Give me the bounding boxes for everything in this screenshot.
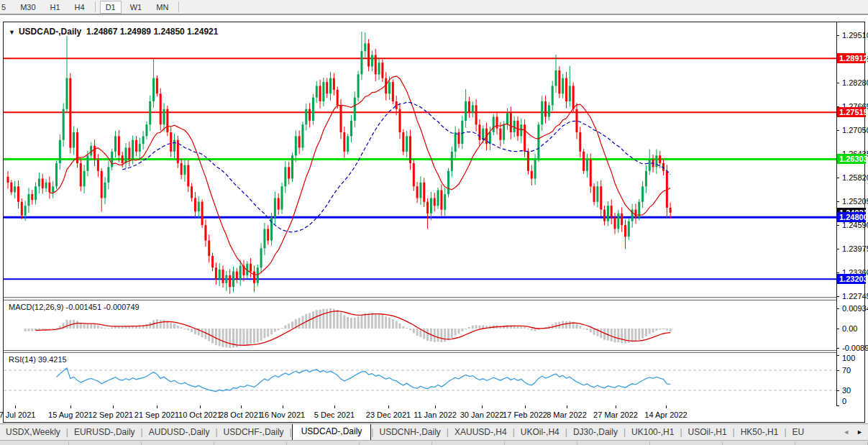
chart-tab-hk50-h1[interactable]: HK50-,H1 <box>735 425 785 440</box>
toolbar-separator <box>95 1 96 12</box>
strip-separator <box>795 441 795 445</box>
strip-separator <box>504 441 505 445</box>
date-tick-mark <box>567 405 567 408</box>
price-badge-1.27515: 1.27515 <box>837 107 866 117</box>
rsi-tick-mark <box>836 355 839 356</box>
rsi-tick-label: 100 <box>842 354 855 362</box>
price-badge-1.24800: 1.24800 <box>837 212 866 222</box>
chart-tab-dj30-daily[interactable]: DJ30-,Daily <box>567 425 623 440</box>
chart-tab-usdchf-daily[interactable]: USDCHF-,Daily <box>218 425 290 440</box>
date-tick-mark <box>200 405 201 408</box>
rsi-pane-canvas[interactable] <box>4 353 836 404</box>
date-label: 21 Sep 2021 <box>134 410 179 419</box>
date-tick-mark <box>15 405 16 408</box>
chart-tabs-bar: USDX,Weekly|EURUSD-,Daily|AUDUSD-,Daily|… <box>0 423 868 440</box>
date-tick-mark <box>113 405 114 408</box>
macd-signal-line <box>36 311 671 346</box>
price-chart-canvas[interactable] <box>4 22 836 297</box>
price-tick-mark <box>836 130 839 131</box>
chart-tab-audusd-daily[interactable]: AUDUSD-,Daily <box>143 425 216 440</box>
chart-tab-usdcad-daily[interactable]: USDCAD-,Daily <box>292 423 372 440</box>
rsi-line <box>57 368 671 392</box>
time-axis[interactable]: 27 Jul 202115 Aug 20212 Sep 202121 Sep 2… <box>4 405 864 422</box>
date-label: 27 Mar 2022 <box>593 410 638 419</box>
date-label: 17 Feb 2022 <box>503 410 547 419</box>
strip-separator <box>722 441 723 445</box>
chart-tab-eurusd-daily[interactable]: EURUSD-,Daily <box>68 425 141 440</box>
strip-separator <box>431 441 432 445</box>
price-tick-label: 1.25820 <box>842 173 868 182</box>
rsi-tick-mark <box>836 370 839 371</box>
date-tick-mark <box>157 405 157 408</box>
price-badge-1.23203: 1.23203 <box>837 274 866 284</box>
date-label: 23 Dec 2021 <box>366 410 411 419</box>
price-tick-mark <box>836 201 839 202</box>
price-tick-mark <box>836 178 839 178</box>
date-tick-mark <box>666 405 667 408</box>
rsi-tick-mark <box>836 390 839 391</box>
price-badge-1.26303: 1.26303 <box>837 154 866 164</box>
date-label: 5 Dec 2021 <box>314 410 355 419</box>
timeframe-button-h1[interactable]: H1 <box>45 1 66 14</box>
date-tick-mark <box>70 405 71 408</box>
timeframe-button-d1[interactable]: D1 <box>100 1 122 14</box>
tab-scroll-right-icon[interactable]: ► <box>853 427 867 437</box>
date-label: 10 Oct 2021 <box>178 410 221 419</box>
strip-separator <box>649 441 650 445</box>
chart-tab-ukoil-h4[interactable]: UKOil-,H4 <box>515 425 565 440</box>
price-tick-label: 1.22745 <box>842 292 868 301</box>
chart-tab-eu[interactable]: EU <box>787 425 810 440</box>
price-tick-mark <box>836 249 839 249</box>
date-label: 2 Sep 2021 <box>93 410 133 419</box>
chart-tab-usdx-weekly[interactable]: USDX,Weekly <box>0 425 66 440</box>
price-tick-label: 1.28280 <box>842 78 868 87</box>
date-tick-mark <box>334 405 335 408</box>
timeframe-button-m30[interactable]: M30 <box>14 1 41 14</box>
timeframe-toolbar: 5M30H1H4D1W1MN <box>0 0 868 15</box>
strip-separator <box>359 441 360 445</box>
date-label: 28 Oct 2021 <box>219 410 262 419</box>
rsi-indicator-label: RSI(14) 39.4215 <box>9 355 67 364</box>
chart-window[interactable]: ▼USDCAD-,Daily 1.24867 1.24989 1.24850 1… <box>3 22 865 423</box>
strip-separator <box>577 441 577 445</box>
date-tick-mark <box>616 405 616 408</box>
ma-fast-line[interactable] <box>50 76 670 275</box>
chart-tab-xauusd-h4[interactable]: XAUUSD-,H4 <box>449 425 513 440</box>
strip-separator <box>286 441 287 445</box>
toolbar-separator <box>178 1 179 12</box>
rsi-tick-label: 0 <box>842 397 846 405</box>
chart-tab-usoil-h1[interactable]: USOil-,H1 <box>682 425 733 440</box>
price-badge-1.28912: 1.28912 <box>837 53 866 63</box>
candles-layer <box>7 32 672 294</box>
date-label: 30 Jan 2022 <box>460 410 504 419</box>
timeframe-button-w1[interactable]: W1 <box>124 1 148 14</box>
macd-tick-mark <box>836 329 839 329</box>
price-tick-label: 1.29510 <box>842 31 868 40</box>
macd-tick-label: -0.008902 <box>842 344 868 352</box>
price-tick-mark <box>836 225 839 226</box>
date-tick-mark <box>283 405 283 408</box>
chart-title: ▼USDCAD-,Daily 1.24867 1.24989 1.24850 1… <box>9 27 218 37</box>
symbol-dropdown-icon: ▼ <box>9 29 15 36</box>
price-tick-mark <box>836 83 839 83</box>
chart-tab-uk100-h1[interactable]: UK100-,H1 <box>626 425 680 440</box>
macd-tick-mark <box>836 308 839 309</box>
date-label: 27 Jul 2021 <box>0 410 35 419</box>
chart-tab-usdcnh-daily[interactable]: USDCNH-,Daily <box>373 425 446 440</box>
tab-scroll-left-icon[interactable]: ◄ <box>839 427 853 437</box>
chart-title-symbol: USDCAD-,Daily <box>19 27 81 37</box>
macd-tick-label: 0.009345 <box>842 304 868 313</box>
date-tick-mark <box>388 405 389 408</box>
price-tick-mark <box>836 272 839 273</box>
timeframe-button-mn[interactable]: MN <box>150 1 174 14</box>
date-tick-mark <box>525 405 526 408</box>
macd-tick-mark <box>836 348 839 349</box>
date-label: 15 Aug 2021 <box>48 410 93 419</box>
date-label: 16 Nov 2021 <box>260 410 305 419</box>
rsi-tick-mark <box>836 405 839 406</box>
timeframe-button-h4[interactable]: H4 <box>69 1 91 14</box>
timeframe-button-5[interactable]: 5 <box>0 1 12 14</box>
price-tick-label: 1.27050 <box>842 126 868 134</box>
price-tick-mark <box>836 35 839 36</box>
price-tick-label: 1.25205 <box>842 197 868 206</box>
